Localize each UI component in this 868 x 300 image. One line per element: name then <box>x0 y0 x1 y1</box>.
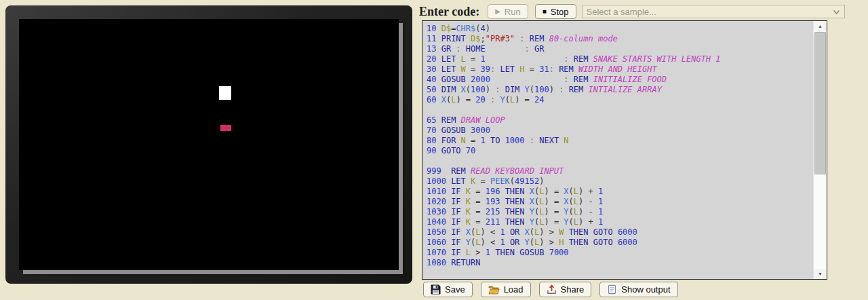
code-line: 1050 IF X(L) < 1 OR X(L) > W THEN GOTO 6… <box>427 227 813 238</box>
code-token: Y <box>519 238 529 247</box>
code-line: 60 X(L) = 20 : Y(L) = 24 <box>427 95 813 105</box>
code-token: GR <box>436 44 451 54</box>
code-token: "PR#3" <box>486 34 515 43</box>
sample-select[interactable]: Select a sample... <box>582 5 845 18</box>
code-token: = <box>471 187 480 196</box>
code-token: ( <box>466 85 471 94</box>
enter-code-label: Enter code: <box>419 5 479 19</box>
apple2-graphics-screen <box>19 19 399 270</box>
code-token: ) <box>539 176 544 186</box>
code-token: 24 <box>530 95 545 105</box>
code-token: IF <box>446 187 461 196</box>
code-token: GOTO <box>436 146 460 155</box>
code-token: ; <box>481 34 486 43</box>
code-token: 30 <box>427 64 436 74</box>
code-token: ) <box>539 238 544 247</box>
code-token: : <box>490 85 505 94</box>
code-content[interactable]: 10 D$=CHR$(4)11 PRINT D$;"PR#3" : REM 80… <box>422 21 813 279</box>
code-token: 215 <box>481 207 500 217</box>
code-token: X <box>525 187 534 196</box>
footer-buttons: Save Load Share <box>423 282 678 297</box>
code-token: - <box>583 207 593 217</box>
code-token: CHR$ <box>456 24 475 33</box>
code-token: ) <box>481 227 486 237</box>
code-token: K <box>461 207 471 217</box>
code-token: 1030 <box>427 207 446 217</box>
code-token: 1 <box>593 217 603 227</box>
code-line: 10 D$=CHR$(4) <box>427 24 813 34</box>
code-token: REM <box>530 34 545 43</box>
code-token: 31 <box>534 64 549 74</box>
code-token: RETURN <box>446 258 481 267</box>
save-button[interactable]: Save <box>423 282 473 297</box>
code-token: PRINT <box>436 34 465 43</box>
scrollbar-thumb[interactable] <box>814 32 826 174</box>
stop-icon: ■ <box>542 8 547 15</box>
code-token: ( <box>530 227 534 237</box>
code-token: OR <box>505 238 520 247</box>
editor-scrollbar[interactable]: ▲ ▼ <box>813 21 827 279</box>
code-token: LET <box>495 64 515 74</box>
share-button[interactable]: Share <box>539 282 592 297</box>
code-line: 1010 IF K = 196 THEN X(L) = X(L) + 1 <box>427 187 813 197</box>
code-line: 80 FOR N = 1 TO 1000 : NEXT N <box>427 136 813 146</box>
code-token: THEN <box>500 197 524 206</box>
code-token: ) <box>539 227 544 237</box>
code-token: ) <box>544 207 549 217</box>
code-token: H <box>515 64 524 74</box>
code-line: 50 DIM X(100) : DIM Y(100) : REM INTIALI… <box>427 85 813 95</box>
code-token: X <box>436 95 446 105</box>
code-token: READ KEYBOARD INPUT <box>466 166 564 176</box>
code-token: REM <box>436 115 456 125</box>
code-editor[interactable]: 10 D$=CHR$(4)11 PRINT D$;"PR#3" : REM 80… <box>422 20 827 280</box>
code-token: 1020 <box>427 197 446 206</box>
code-token: = <box>549 217 559 227</box>
scroll-up-button[interactable]: ▲ <box>814 21 827 31</box>
code-token: ( <box>475 24 480 33</box>
scroll-down-button[interactable]: ▼ <box>814 269 827 279</box>
code-token: 1070 <box>427 248 446 257</box>
code-token: ( <box>530 238 534 247</box>
code-token: SNAKE STARTS WITH LENGTH 1 <box>588 54 720 64</box>
code-token: 70 <box>427 126 436 135</box>
code-token: = <box>549 207 559 217</box>
code-token: 20 <box>471 95 486 105</box>
code-token: > <box>471 248 480 257</box>
code-token: IF <box>446 217 461 227</box>
code-token: = <box>471 217 480 227</box>
code-token: 70 <box>461 146 476 155</box>
code-token: H <box>554 238 564 247</box>
code-token: ) <box>544 197 549 206</box>
show-output-button-label: Show output <box>621 284 670 295</box>
load-button[interactable]: Load <box>481 282 531 297</box>
code-token: = <box>549 187 559 196</box>
stop-button[interactable]: ■ Stop <box>535 4 576 19</box>
code-token: N <box>456 136 465 145</box>
code-token: = <box>466 64 475 74</box>
code-token: : <box>451 44 466 54</box>
code-token: THEN <box>564 238 588 247</box>
run-button[interactable]: ▶ Run <box>488 4 528 19</box>
code-token: 10 <box>427 24 436 33</box>
code-token: : <box>564 75 573 84</box>
code-token: 1999 <box>427 278 446 279</box>
save-icon <box>431 284 441 295</box>
code-token: 80-column mode <box>544 34 617 43</box>
code-token: W <box>456 64 465 74</box>
code-token: X <box>559 197 568 206</box>
code-token: W <box>554 227 564 237</box>
code-token: 1050 <box>427 227 446 237</box>
code-token: L <box>574 217 578 227</box>
show-output-button[interactable]: Show output <box>599 282 677 297</box>
code-token: PEEK <box>486 176 510 186</box>
code-token: L <box>456 54 465 64</box>
code-token: 2000 <box>466 75 490 84</box>
save-button-label: Save <box>445 284 465 295</box>
share-icon <box>547 284 557 295</box>
code-token: WIDTH AND HEIGHT <box>574 64 657 74</box>
sample-select-placeholder: Select a sample... <box>587 7 656 17</box>
code-line: 1040 IF K = 211 THEN Y(L) = Y(L) + 1 <box>427 217 813 227</box>
code-token: DIM <box>436 85 456 94</box>
code-token: D$ <box>441 24 451 33</box>
code-token: REM <box>569 85 584 94</box>
